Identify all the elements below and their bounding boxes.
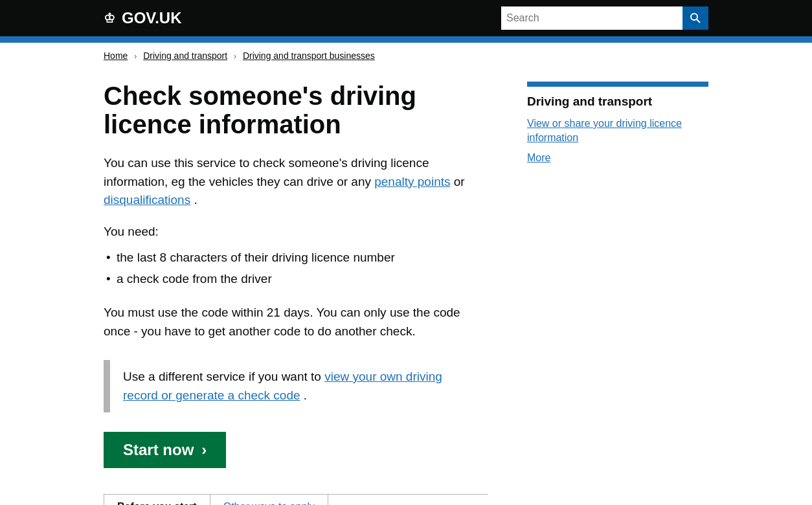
intro-paragraph: You can use this service to check someon… bbox=[104, 154, 488, 210]
list-item: a check code from the driver bbox=[104, 270, 488, 289]
breadcrumb-separator-2: › bbox=[234, 52, 236, 61]
breadcrumb-level1[interactable]: Driving and transport bbox=[143, 50, 227, 61]
tab-before-you-start[interactable]: Before you start bbox=[104, 495, 210, 505]
tabs-container: Before you start Other ways to apply bbox=[104, 494, 488, 505]
breadcrumb-home[interactable]: Home bbox=[104, 50, 128, 61]
start-now-button[interactable]: Start now › bbox=[104, 432, 226, 468]
crown-icon: ♔ bbox=[104, 10, 115, 26]
sidebar-more-link[interactable]: More bbox=[527, 152, 708, 164]
inset-callout: Use a different service if you want to v… bbox=[104, 360, 488, 412]
blue-accent-bar bbox=[0, 36, 812, 43]
search-input[interactable] bbox=[501, 6, 682, 30]
requirements-list: the last 8 characters of their driving l… bbox=[104, 249, 488, 288]
main-content: Check someone's driving licence informat… bbox=[0, 69, 812, 505]
start-now-label: Start now bbox=[123, 441, 194, 459]
list-item: the last 8 characters of their driving l… bbox=[104, 249, 488, 267]
content-column: Check someone's driving licence informat… bbox=[104, 82, 488, 505]
tab-other-ways[interactable]: Other ways to apply bbox=[210, 495, 328, 505]
svg-point-0 bbox=[691, 14, 697, 20]
gov-uk-logo[interactable]: ♔ GOV.UK bbox=[104, 9, 181, 27]
search-container bbox=[501, 6, 708, 30]
sidebar-title: Driving and transport bbox=[527, 95, 708, 109]
sidebar-accent-bar bbox=[527, 82, 708, 87]
penalty-points-link[interactable]: penalty points bbox=[374, 175, 450, 188]
search-button[interactable] bbox=[682, 6, 708, 30]
site-header: ♔ GOV.UK bbox=[0, 0, 812, 36]
intro-or: or bbox=[454, 175, 465, 188]
warning-text: You must use the code within 21 days. Yo… bbox=[104, 304, 488, 341]
disqualifications-link[interactable]: disqualifications bbox=[104, 193, 190, 207]
breadcrumb: Home › Driving and transport › Driving a… bbox=[0, 43, 812, 69]
sidebar-view-driving-licence-link[interactable]: View or share your driving licence infor… bbox=[527, 117, 708, 146]
chevron-right-icon: › bbox=[201, 441, 207, 459]
inset-suffix: . bbox=[304, 388, 307, 402]
inset-text: Use a different service if you want to v… bbox=[123, 368, 475, 405]
svg-line-1 bbox=[697, 19, 700, 23]
breadcrumb-level2[interactable]: Driving and transport businesses bbox=[243, 50, 375, 61]
breadcrumb-separator-1: › bbox=[134, 52, 137, 61]
logo-text: GOV.UK bbox=[122, 9, 181, 27]
page-title: Check someone's driving licence informat… bbox=[104, 82, 488, 139]
search-icon bbox=[690, 12, 701, 24]
intro-end: . bbox=[194, 193, 197, 207]
you-need-label: You need: bbox=[104, 223, 488, 241]
inset-prefix: Use a different service if you want to bbox=[123, 370, 324, 383]
sidebar: Driving and transport View or share your… bbox=[527, 82, 708, 505]
